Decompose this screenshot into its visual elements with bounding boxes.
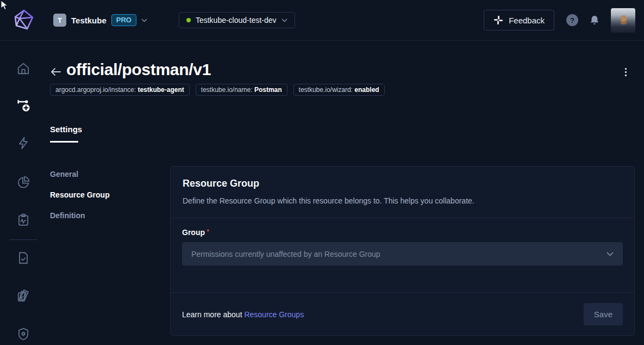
page-title: official/postman/v1 (66, 60, 211, 79)
label-badge: argocd.argoproj.io/instance: testkube-ag… (50, 84, 190, 96)
sidebar-item-test-suites[interactable] (0, 285, 46, 309)
shield-gear-icon (16, 327, 30, 341)
back-button[interactable] (49, 65, 63, 79)
subnav-item-definition[interactable]: Definition (50, 205, 110, 226)
slack-icon (493, 15, 503, 25)
subnav-item-general[interactable]: General (50, 164, 110, 184)
resource-labels: argocd.argoproj.io/instance: testkube-ag… (50, 84, 385, 96)
pie-chart-icon (16, 175, 30, 189)
top-bar-actions: Feedback ? (484, 8, 635, 33)
top-bar: T Testkube PRO Testkube-cloud-test-dev F… (0, 0, 644, 41)
group-field-label: Group (182, 228, 205, 237)
feedback-label: Feedback (509, 16, 545, 25)
sidebar-item-security[interactable] (0, 322, 46, 345)
chevron-down-icon (282, 19, 287, 22)
label-value: Postman (254, 86, 282, 94)
home-icon (16, 61, 30, 76)
card-description: Define the Resource Group which this res… (183, 196, 622, 205)
chevron-down-icon (141, 19, 147, 22)
label-value: enabled (354, 86, 379, 94)
group-select[interactable]: Permissions currently unaffected by an R… (182, 242, 623, 266)
resource-group-card: Resource Group Define the Resource Group… (170, 166, 635, 336)
testkube-logo[interactable] (11, 7, 37, 33)
label-key: testkube.io/wizard: (299, 86, 353, 94)
document-check-icon (16, 251, 30, 265)
notifications-bell-icon[interactable] (590, 15, 599, 25)
group-select-placeholder: Permissions currently unaffected by an R… (191, 250, 607, 258)
chevron-down-icon (607, 252, 614, 256)
resource-groups-link[interactable]: Resource Groups (244, 310, 304, 319)
user-avatar[interactable] (611, 8, 635, 33)
main-content: official/postman/v1 argocd.argoproj.io/i… (46, 41, 644, 345)
environment-name: Testkube-cloud-test-dev (196, 16, 277, 24)
testkube-cube-icon (12, 8, 36, 32)
card-footer: Learn more about Resource Groups Save (171, 293, 634, 336)
card-header: Resource Group Define the Resource Group… (171, 167, 634, 218)
sidebar-item-insights[interactable] (0, 170, 46, 194)
help-icon[interactable]: ? (566, 14, 578, 26)
tab-settings[interactable]: Settings (50, 125, 82, 143)
label-badge: testkube.io/wizard: enabled (293, 84, 385, 96)
more-actions-button[interactable] (620, 65, 631, 79)
settings-subnav: General Resource Group Definition (50, 164, 110, 226)
card-title: Resource Group (183, 178, 622, 189)
subnav-item-resource-group[interactable]: Resource Group (50, 184, 110, 205)
lightning-icon (16, 136, 30, 150)
required-asterisk: * (207, 228, 209, 235)
save-button[interactable]: Save (584, 303, 623, 325)
card-body: Group * Permissions currently unaffected… (171, 218, 634, 293)
pro-badge: PRO (111, 14, 136, 26)
tab-active-underline (50, 141, 78, 143)
org-switcher[interactable]: T Testkube PRO (53, 14, 147, 27)
sidebar-item-tests[interactable] (0, 94, 46, 118)
label-key: testkube.io/name: (201, 86, 253, 94)
mouse-cursor (0, 0, 9, 11)
group-field-label-row: Group * (182, 228, 623, 237)
org-avatar: T (53, 14, 66, 27)
sidebar-divider (9, 239, 37, 240)
environment-selector[interactable]: Testkube-cloud-test-dev (179, 12, 295, 28)
clipboard-pulse-icon (16, 213, 30, 227)
footer-learn-more: Learn more about Resource Groups (182, 310, 304, 319)
environment-status-dot (186, 18, 191, 22)
footer-learn-more-text: Learn more about (182, 310, 242, 319)
sidebar-item-test-definitions[interactable] (0, 246, 46, 270)
sidebar-item-triggers[interactable] (0, 131, 46, 155)
documents-stack-icon (15, 288, 32, 305)
feedback-button[interactable]: Feedback (484, 10, 554, 30)
arrow-left-icon (51, 67, 61, 76)
tab-settings-label: Settings (50, 125, 82, 134)
label-value: testkube-agent (137, 86, 184, 94)
sidebar-nav (0, 41, 46, 345)
sidebar-item-home[interactable] (0, 57, 46, 81)
sidebar-item-executions[interactable] (0, 208, 46, 232)
label-key: argocd.argoproj.io/instance: (55, 86, 136, 94)
org-name: Testkube (71, 16, 107, 25)
label-badge: testkube.io/name: Postman (196, 84, 287, 96)
test-create-icon (16, 98, 31, 113)
